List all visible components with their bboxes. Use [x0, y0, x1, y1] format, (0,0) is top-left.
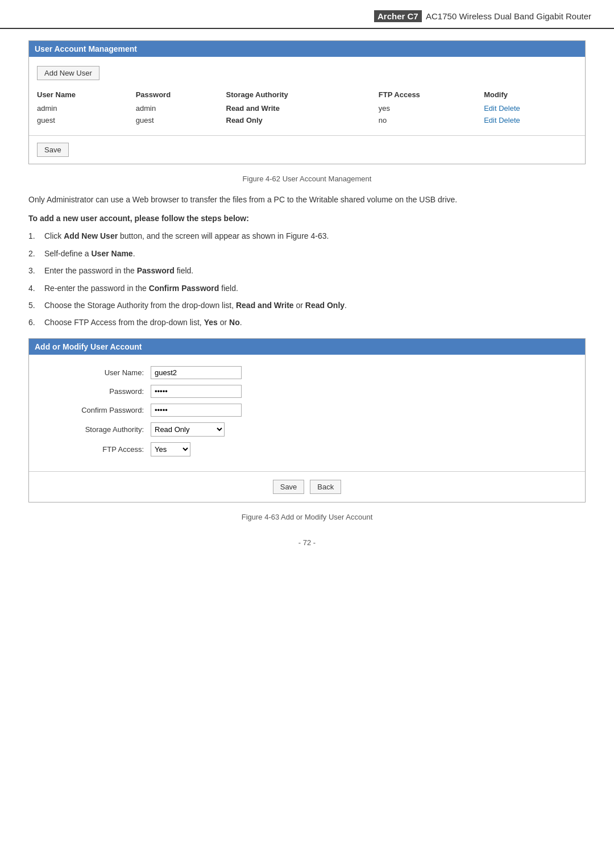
cell-modify: Edit Delete: [484, 114, 577, 126]
step-number: 5.: [28, 299, 44, 312]
confirm-row: Confirm Password:: [37, 404, 577, 417]
step-text: Choose FTP Access from the drop-down lis…: [44, 316, 586, 329]
panel1-body: Add New User User Name Password Storage …: [29, 57, 585, 135]
confirm-label: Confirm Password:: [37, 406, 151, 414]
storage-label: Storage Authority:: [37, 425, 151, 434]
list-item: 2.Self-define a User Name.: [28, 247, 586, 260]
cell-password: guest: [136, 114, 226, 126]
steps-list: 1.Click Add New User button, and the scr…: [28, 230, 586, 329]
panel1-header: User Account Management: [29, 41, 585, 57]
delete-link[interactable]: Delete: [499, 104, 520, 113]
figure2-caption: Figure 4-63 Add or Modify User Account: [28, 513, 586, 521]
list-item: 1.Click Add New User button, and the scr…: [28, 230, 586, 242]
step-number: 1.: [28, 230, 44, 242]
col-password: Password: [136, 88, 226, 102]
list-item: 3.Enter the password in the Password fie…: [28, 264, 586, 277]
col-username: User Name: [37, 88, 136, 102]
cell-storage: Read Only: [226, 114, 379, 126]
main-content: User Account Management Add New User Use…: [0, 40, 614, 558]
figure1-caption: Figure 4-62 User Account Management: [28, 175, 586, 183]
brand-text: Archer C7 AC1750 Wireless Dual Band Giga…: [374, 11, 591, 21]
body-text: Only Administrator can use a Web browser…: [28, 193, 586, 206]
step-number: 6.: [28, 316, 44, 329]
user-account-panel: User Account Management Add New User Use…: [28, 40, 586, 164]
section-heading: To add a new user account, please follow…: [28, 214, 586, 223]
edit-link[interactable]: Edit: [484, 104, 496, 113]
panel1-title: User Account Management: [35, 44, 137, 53]
add-new-user-button[interactable]: Add New User: [37, 66, 99, 80]
ftp-select[interactable]: YesNo: [151, 442, 190, 456]
confirm-input[interactable]: [151, 404, 242, 417]
table-row: guestguestRead OnlynoEdit Delete: [37, 114, 577, 126]
step-number: 2.: [28, 247, 44, 260]
cell-username: guest: [37, 114, 136, 126]
step-text: Re-enter the password in the Confirm Pas…: [44, 282, 586, 294]
ftp-label: FTP Access:: [37, 445, 151, 454]
ftp-row: FTP Access: YesNo: [37, 442, 577, 456]
password-row: Password:: [37, 385, 577, 398]
delete-link[interactable]: Delete: [499, 116, 520, 124]
panel2-footer: Save Back: [29, 471, 585, 502]
cell-ftp: no: [379, 114, 484, 126]
panel2-title: Add or Modify User Account: [35, 342, 142, 351]
table-row: adminadminRead and WriteyesEdit Delete: [37, 102, 577, 114]
step-text: Self-define a User Name.: [44, 247, 586, 260]
username-row: User Name:: [37, 366, 577, 379]
users-table: User Name Password Storage Authority FTP…: [37, 88, 577, 126]
step-text: Enter the password in the Password field…: [44, 264, 586, 277]
panel2-header: Add or Modify User Account: [29, 339, 585, 355]
username-label: User Name:: [37, 368, 151, 377]
col-storage: Storage Authority: [226, 88, 379, 102]
password-input[interactable]: [151, 385, 242, 398]
panel1-footer: Save: [29, 135, 585, 164]
storage-row: Storage Authority: Read and WriteRead On…: [37, 422, 577, 437]
cell-password: admin: [136, 102, 226, 114]
cell-ftp: yes: [379, 102, 484, 114]
cell-username: admin: [37, 102, 136, 114]
add-modify-panel: Add or Modify User Account User Name: Pa…: [28, 338, 586, 502]
col-ftp: FTP Access: [379, 88, 484, 102]
col-modify: Modify: [484, 88, 577, 102]
panel2-back-button[interactable]: Back: [310, 480, 341, 494]
cell-modify: Edit Delete: [484, 102, 577, 114]
panel2-body: User Name: Password: Confirm Password: S…: [29, 355, 585, 471]
list-item: 4.Re-enter the password in the Confirm P…: [28, 282, 586, 294]
panel1-save-button[interactable]: Save: [37, 143, 69, 157]
page-header: Archer C7 AC1750 Wireless Dual Band Giga…: [0, 0, 614, 29]
step-number: 3.: [28, 264, 44, 277]
page-number: - 72 -: [28, 538, 586, 558]
list-item: 6.Choose FTP Access from the drop-down l…: [28, 316, 586, 329]
panel2-save-button[interactable]: Save: [273, 480, 305, 494]
step-number: 4.: [28, 282, 44, 294]
brand-model: AC1750 Wireless Dual Band Gigabit Router: [426, 11, 591, 21]
password-label: Password:: [37, 387, 151, 396]
cell-storage: Read and Write: [226, 102, 379, 114]
brand-archer: Archer C7: [374, 10, 422, 22]
username-input[interactable]: [151, 366, 242, 379]
list-item: 5.Choose the Storage Authority from the …: [28, 299, 586, 312]
edit-link[interactable]: Edit: [484, 116, 496, 124]
storage-select[interactable]: Read and WriteRead Only: [151, 422, 225, 437]
step-text: Choose the Storage Authority from the dr…: [44, 299, 586, 312]
step-text: Click Add New User button, and the scree…: [44, 230, 586, 242]
